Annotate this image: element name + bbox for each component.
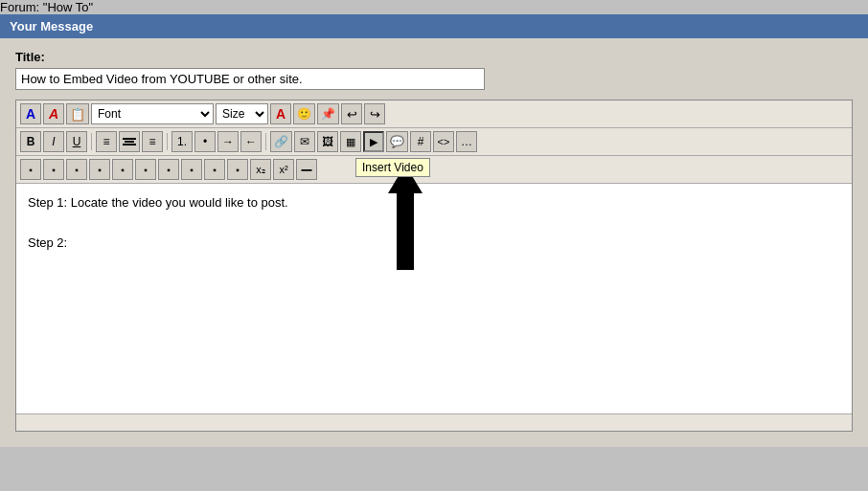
row3-icon5: ▪	[121, 165, 125, 175]
italic-button[interactable]: I	[43, 131, 64, 152]
row3-btn2[interactable]: ▪	[43, 159, 64, 180]
toolbar-row-3: ▪ ▪ ▪ ▪ ▪ ▪ ▪ ▪ ▪ ▪ x₂ x² —	[16, 156, 852, 184]
editor-wrapper: A A 📋 Font Arial Times New Roman Courier…	[15, 100, 853, 432]
sep-2	[167, 133, 168, 150]
editor-content-area[interactable]: Step 1: Locate the video you would like …	[16, 184, 852, 413]
outdent-button[interactable]: ←	[240, 131, 262, 152]
row3-icon10: ▪	[236, 165, 240, 175]
insert-special-button[interactable]: 📌	[317, 103, 339, 124]
row3-btn6[interactable]: ▪	[135, 159, 156, 180]
row3-icon7: ▪	[167, 165, 171, 175]
editor-statusbar	[16, 413, 852, 431]
forum-bar-text: Forum: "How To"	[0, 0, 93, 14]
superscript-icon: x²	[279, 164, 287, 175]
paste-button[interactable]: 📋	[66, 103, 89, 124]
row3-btn8[interactable]: ▪	[181, 159, 202, 180]
size-select[interactable]: Size 8 10 12 14 18 24 36	[216, 103, 268, 124]
font-color-button[interactable]: A	[270, 103, 291, 124]
strikethrough-icon: —	[302, 164, 312, 175]
unordered-list-button[interactable]: •	[194, 131, 216, 152]
underline-button[interactable]: U	[66, 131, 87, 152]
row3-btn10[interactable]: ▪	[227, 159, 248, 180]
insert-video-button[interactable]: ▶ Insert Video	[363, 131, 384, 152]
font-color-icon: A	[276, 106, 286, 122]
italic-big-icon: A	[49, 106, 58, 122]
smiley-icon: 🙂	[297, 107, 311, 121]
arrow-shaft	[397, 193, 414, 270]
hashtag-icon: #	[418, 135, 424, 148]
strikethrough-button[interactable]: —	[296, 159, 317, 180]
insert-table-button[interactable]: ▦	[340, 131, 361, 152]
big-arrow	[388, 165, 423, 270]
indent-button[interactable]: →	[217, 131, 239, 152]
align-center-icon	[123, 138, 136, 145]
title-label: Title:	[15, 50, 853, 64]
sep-3	[265, 133, 266, 150]
row3-icon9: ▪	[213, 165, 217, 175]
row3-icon3: ▪	[75, 165, 79, 175]
align-right-button[interactable]: ≡	[142, 131, 163, 152]
editor-line-1: Step 1: Locate the video you would like …	[28, 193, 840, 213]
code-button[interactable]: <>	[433, 131, 454, 152]
quote-icon: 💬	[390, 135, 404, 148]
insert-link-button[interactable]: 🔗	[270, 131, 292, 152]
insert-table-icon: ▦	[346, 136, 355, 148]
main-container: Title: A A 📋 Font Arial Times New Roman …	[0, 38, 868, 447]
insert-image-button[interactable]: 🖼	[317, 131, 338, 152]
undo-icon: ↩	[347, 107, 357, 122]
row3-icon1: ▪	[29, 165, 33, 175]
format-italic-big-button[interactable]: A	[43, 103, 64, 124]
row3-btn3[interactable]: ▪	[66, 159, 87, 180]
code-icon: <>	[438, 136, 450, 147]
hashtag-button[interactable]: #	[410, 131, 431, 152]
editor-line-2: Step 2:	[28, 234, 840, 254]
more-button[interactable]: …	[456, 131, 477, 152]
smiley-button[interactable]: 🙂	[293, 103, 315, 124]
redo-button[interactable]: ↪	[364, 103, 385, 124]
row3-icon2: ▪	[52, 165, 56, 175]
insert-image-icon: 🖼	[322, 135, 333, 148]
row3-icon4: ▪	[98, 165, 102, 175]
align-center-button[interactable]	[119, 131, 140, 152]
row3-btn1[interactable]: ▪	[20, 159, 41, 180]
toolbar-row-2: B I U ≡ ≡	[16, 128, 852, 156]
insert-email-button[interactable]: ✉	[294, 131, 315, 152]
row3-icon8: ▪	[190, 165, 194, 175]
ordered-list-icon: 1.	[177, 135, 187, 148]
undo-button[interactable]: ↩	[341, 103, 362, 124]
superscript-button[interactable]: x²	[273, 159, 294, 180]
sep-1	[91, 133, 92, 150]
row3-btn4[interactable]: ▪	[89, 159, 110, 180]
title-input[interactable]	[15, 68, 485, 90]
row3-btn5[interactable]: ▪	[112, 159, 133, 180]
toolbar-row-1: A A 📋 Font Arial Times New Roman Courier…	[16, 100, 852, 128]
row3-btn9[interactable]: ▪	[204, 159, 225, 180]
bold-button[interactable]: B	[20, 131, 41, 152]
insert-link-icon: 🔗	[274, 135, 288, 148]
subscript-icon: x₂	[256, 164, 265, 176]
redo-icon: ↪	[370, 107, 380, 122]
underline-label: U	[73, 135, 81, 148]
your-message-header: Your Message	[0, 14, 868, 38]
bold-label: B	[27, 135, 35, 148]
paste-icon: 📋	[70, 107, 85, 122]
insert-email-icon: ✉	[300, 135, 309, 148]
insert-special-icon: 📌	[321, 107, 335, 121]
outdent-icon: ←	[245, 135, 257, 148]
format-bold-big-button[interactable]: A	[20, 103, 41, 124]
bold-big-icon: A	[26, 106, 35, 122]
unordered-list-icon: •	[203, 135, 207, 148]
row3-icon6: ▪	[144, 165, 148, 175]
row3-btn7[interactable]: ▪	[158, 159, 179, 180]
align-left-button[interactable]: ≡	[96, 131, 117, 152]
align-right-icon: ≡	[148, 135, 155, 148]
quote-button[interactable]: 💬	[386, 131, 408, 152]
header-title: Your Message	[10, 19, 93, 33]
indent-icon: →	[222, 135, 234, 148]
font-select[interactable]: Font Arial Times New Roman Courier New V…	[91, 103, 214, 124]
subscript-button[interactable]: x₂	[250, 159, 271, 180]
align-left-icon: ≡	[103, 135, 109, 148]
ordered-list-button[interactable]: 1.	[171, 131, 193, 152]
insert-video-icon: ▶	[370, 136, 377, 148]
forum-bar: Forum: "How To"	[0, 0, 868, 14]
